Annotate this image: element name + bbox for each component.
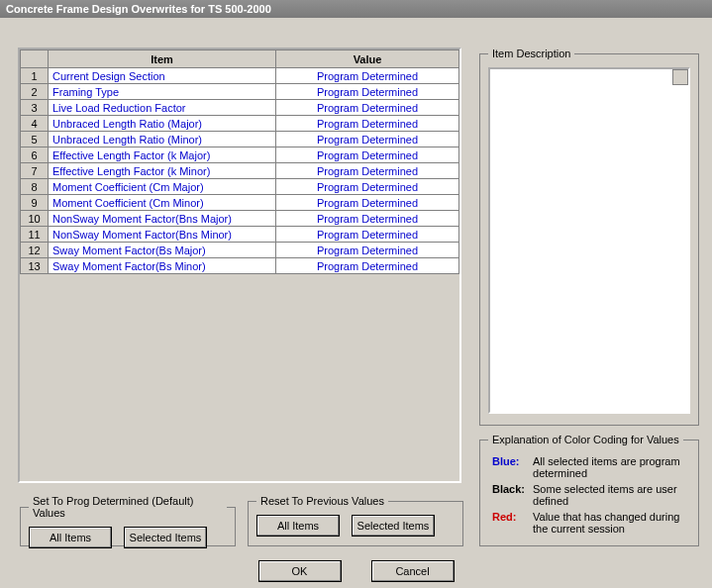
row-number: 12 <box>21 243 49 258</box>
set-prog-determined-legend: Set To Prog Determined (Default) Values <box>29 495 227 519</box>
color-black-label: Black: <box>488 481 529 509</box>
table-row[interactable]: 2Framing TypeProgram Determined <box>21 84 459 100</box>
row-value[interactable]: Program Determined <box>276 84 459 100</box>
table-row[interactable]: 12Sway Moment Factor(Bs Major)Program De… <box>21 243 459 258</box>
reset-selected-items-button[interactable]: Selected Items <box>352 515 435 537</box>
item-description-legend: Item Description <box>488 48 574 59</box>
table-row[interactable]: 6Effective Length Factor (k Major)Progra… <box>21 147 459 163</box>
row-number: 3 <box>21 100 49 116</box>
col-header-rownum <box>21 50 49 68</box>
overwrites-table[interactable]: Item Value 1Current Design SectionProgra… <box>20 49 459 274</box>
table-row[interactable]: 3Live Load Reduction FactorProgram Deter… <box>21 100 459 116</box>
row-item[interactable]: Moment Coefficient (Cm Minor) <box>49 195 276 211</box>
row-value[interactable]: Program Determined <box>276 132 459 147</box>
row-item[interactable]: Effective Length Factor (k Minor) <box>49 163 276 179</box>
reset-all-items-button[interactable]: All Items <box>256 515 340 537</box>
row-value[interactable]: Program Determined <box>276 258 459 274</box>
window-titlebar: Concrete Frame Design Overwrites for TS … <box>0 0 712 18</box>
row-value[interactable]: Program Determined <box>276 243 459 258</box>
color-coding-group: Explanation of Color Coding for Values B… <box>479 434 699 546</box>
table-row[interactable]: 5Unbraced Length Ratio (Minor)Program De… <box>21 132 459 147</box>
reset-previous-legend: Reset To Previous Values <box>256 495 388 507</box>
color-red-label: Red: <box>488 509 529 537</box>
ok-button[interactable]: OK <box>258 560 342 582</box>
row-item[interactable]: Unbraced Length Ratio (Minor) <box>49 132 276 147</box>
table-row[interactable]: 4Unbraced Length Ratio (Major)Program De… <box>21 116 459 132</box>
overwrites-table-panel: Item Value 1Current Design SectionProgra… <box>18 48 461 483</box>
item-description-text <box>488 67 690 414</box>
table-row[interactable]: 10NonSway Moment Factor(Bns Major)Progra… <box>21 211 459 227</box>
window-title: Concrete Frame Design Overwrites for TS … <box>6 3 271 15</box>
color-coding-legend: Explanation of Color Coding for Values <box>488 434 683 445</box>
row-number: 13 <box>21 258 49 274</box>
row-item[interactable]: Effective Length Factor (k Major) <box>49 147 276 163</box>
row-value[interactable]: Program Determined <box>276 179 459 195</box>
row-number: 7 <box>21 163 49 179</box>
row-number: 1 <box>21 68 49 84</box>
color-red-text: Value that has changed during the curren… <box>529 509 690 537</box>
row-item[interactable]: Sway Moment Factor(Bs Minor) <box>49 258 276 274</box>
row-item[interactable]: NonSway Moment Factor(Bns Major) <box>49 211 276 227</box>
item-description-group: Item Description <box>479 48 699 426</box>
row-number: 4 <box>21 116 49 132</box>
dialog-button-row: OK Cancel <box>0 560 712 582</box>
table-row[interactable]: 7Effective Length Factor (k Minor)Progra… <box>21 163 459 179</box>
table-row[interactable]: 1Current Design SectionProgram Determine… <box>21 68 459 84</box>
row-number: 10 <box>21 211 49 227</box>
row-number: 6 <box>21 147 49 163</box>
row-number: 8 <box>21 179 49 195</box>
row-value[interactable]: Program Determined <box>276 227 459 243</box>
col-header-item: Item <box>49 50 276 68</box>
row-value[interactable]: Program Determined <box>276 147 459 163</box>
table-row[interactable]: 13Sway Moment Factor(Bs Minor)Program De… <box>21 258 459 274</box>
row-value[interactable]: Program Determined <box>276 163 459 179</box>
setprog-selected-items-button[interactable]: Selected Items <box>124 527 207 548</box>
row-item[interactable]: Moment Coefficient (Cm Major) <box>49 179 276 195</box>
color-blue-label: Blue: <box>488 453 529 481</box>
row-item[interactable]: Unbraced Length Ratio (Major) <box>49 116 276 132</box>
table-row[interactable]: 11NonSway Moment Factor(Bns Minor)Progra… <box>21 227 459 243</box>
row-item[interactable]: Current Design Section <box>49 68 276 84</box>
setprog-all-items-button[interactable]: All Items <box>29 527 112 548</box>
row-item[interactable]: Live Load Reduction Factor <box>49 100 276 116</box>
row-value[interactable]: Program Determined <box>276 100 459 116</box>
table-row[interactable]: 9Moment Coefficient (Cm Minor)Program De… <box>21 195 459 211</box>
row-number: 2 <box>21 84 49 100</box>
row-number: 11 <box>21 227 49 243</box>
row-value[interactable]: Program Determined <box>276 195 459 211</box>
row-item[interactable]: NonSway Moment Factor(Bns Minor) <box>49 227 276 243</box>
cancel-button[interactable]: Cancel <box>371 560 455 582</box>
color-black-text: Some selected items are user defined <box>529 481 690 509</box>
row-item[interactable]: Sway Moment Factor(Bs Major) <box>49 243 276 258</box>
table-row[interactable]: 8Moment Coefficient (Cm Major)Program De… <box>21 179 459 195</box>
dialog-body: Item Value 1Current Design SectionProgra… <box>0 18 712 588</box>
row-item[interactable]: Framing Type <box>49 84 276 100</box>
row-value[interactable]: Program Determined <box>276 211 459 227</box>
set-prog-determined-group: Set To Prog Determined (Default) Values … <box>20 495 236 546</box>
reset-previous-group: Reset To Previous Values All Items Selec… <box>248 495 463 546</box>
row-number: 9 <box>21 195 49 211</box>
row-value[interactable]: Program Determined <box>276 68 459 84</box>
color-blue-text: All selected items are program determine… <box>529 453 690 481</box>
row-number: 5 <box>21 132 49 147</box>
col-header-value: Value <box>276 50 459 68</box>
scroll-up-icon[interactable] <box>672 69 688 85</box>
row-value[interactable]: Program Determined <box>276 116 459 132</box>
